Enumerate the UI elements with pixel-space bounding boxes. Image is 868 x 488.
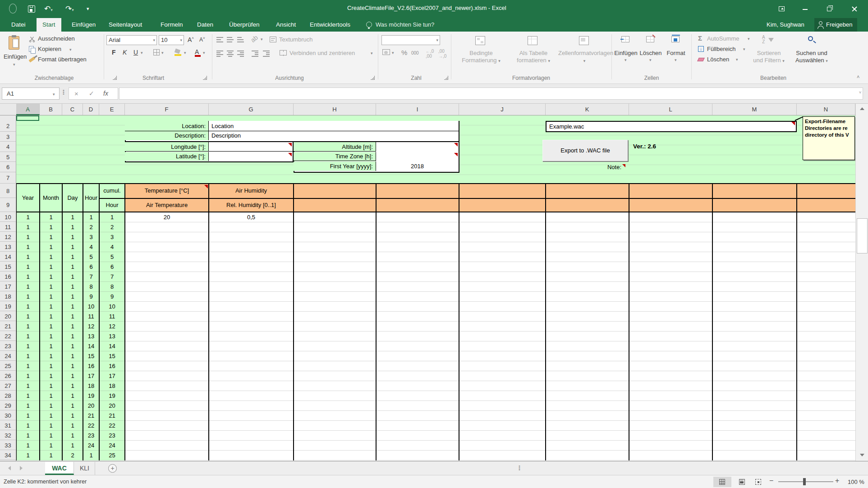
cell-row32-colC[interactable]: 1 xyxy=(62,431,83,441)
increase-decimal-icon[interactable]: ←,0,00 xyxy=(426,49,434,59)
name-box-splitter[interactable]: ••• xyxy=(63,89,64,95)
cell-row29-colA[interactable]: 1 xyxy=(16,401,40,411)
header-rel-humidity[interactable]: Rel. Humidity [0..1] xyxy=(209,202,294,208)
cell-row14-colC[interactable]: 1 xyxy=(62,252,83,262)
new-sheet-button[interactable]: + xyxy=(108,464,117,473)
decrease-indent-icon[interactable] xyxy=(252,51,258,56)
cell-row31-colE[interactable]: 22 xyxy=(99,421,125,431)
cell-row30-colA[interactable]: 1 xyxy=(16,411,40,421)
cell-row20-colA[interactable]: 1 xyxy=(16,312,40,322)
cell-row15-colD[interactable]: 6 xyxy=(83,262,99,272)
close-button[interactable] xyxy=(844,0,865,18)
cell-row25-colD[interactable]: 16 xyxy=(83,361,99,371)
column-header-L[interactable]: L xyxy=(629,104,712,115)
sheet-tab-wac[interactable]: WAC xyxy=(45,462,74,475)
minimize-button[interactable] xyxy=(795,0,816,18)
cell-row21-colD[interactable]: 12 xyxy=(83,322,99,331)
cell-row23-colD[interactable]: 14 xyxy=(83,341,99,351)
column-header-B[interactable]: B xyxy=(40,104,62,115)
cell-row13-colD[interactable]: 4 xyxy=(83,242,99,252)
row-header-23[interactable]: 23 xyxy=(0,341,16,351)
cell-row29-colC[interactable]: 1 xyxy=(62,401,83,411)
view-page-layout-button[interactable] xyxy=(733,477,751,487)
cell-row32-colE[interactable]: 23 xyxy=(99,431,125,441)
row-header-13[interactable]: 13 xyxy=(0,242,16,252)
underline-button[interactable]: U xyxy=(133,49,138,56)
cell-row12-colB[interactable]: 1 xyxy=(40,232,62,242)
align-center-icon[interactable] xyxy=(227,51,234,56)
header-cumul[interactable]: cumul. xyxy=(99,187,125,194)
row-header-25[interactable]: 25 xyxy=(0,361,16,371)
align-right-icon[interactable] xyxy=(237,51,244,56)
cell-row29-colB[interactable]: 1 xyxy=(40,401,62,411)
cell-row19-colC[interactable]: 1 xyxy=(62,302,83,312)
ribbon-tab-formeln[interactable]: Formeln xyxy=(155,18,189,32)
expand-formula-bar-icon[interactable]: ˅ xyxy=(859,90,861,95)
row-header-8[interactable]: 8 xyxy=(0,184,16,198)
cell-row13-colA[interactable]: 1 xyxy=(16,242,40,252)
cell-row14-colA[interactable]: 1 xyxy=(16,252,40,262)
cell-row10-colD[interactable]: 1 xyxy=(83,212,99,222)
cell-row20-colC[interactable]: 1 xyxy=(62,312,83,322)
font-size-select[interactable]: 10▾ xyxy=(159,35,184,45)
cell-row28-colE[interactable]: 19 xyxy=(99,391,125,401)
cell-row19-colA[interactable]: 1 xyxy=(16,302,40,312)
cell-row23-colE[interactable]: 14 xyxy=(99,341,125,351)
view-normal-button[interactable] xyxy=(713,477,731,487)
formula-input[interactable] xyxy=(119,87,863,100)
export-wac-button[interactable]: Export to .WAC file xyxy=(542,140,628,161)
cell-row34-colD[interactable]: 1 xyxy=(83,451,99,460)
decrease-decimal-icon[interactable]: ,00→,0 xyxy=(438,49,446,59)
cell-row31-colD[interactable]: 22 xyxy=(83,421,99,431)
cell-row32-colA[interactable]: 1 xyxy=(16,431,40,441)
collapse-ribbon-icon[interactable]: ˄ xyxy=(857,74,859,79)
row-header-18[interactable]: 18 xyxy=(0,292,16,301)
header-month[interactable]: Month xyxy=(40,184,62,212)
sheet-tab-kli[interactable]: KLI xyxy=(74,462,95,475)
cell-row19-colB[interactable]: 1 xyxy=(40,302,62,312)
cell-row10-colB[interactable]: 1 xyxy=(40,212,62,222)
row-header-21[interactable]: 21 xyxy=(0,322,16,331)
shrink-font-button[interactable]: A˅ xyxy=(199,36,205,43)
header-cumul-hour[interactable]: Hour xyxy=(99,202,125,208)
cell-row11-colA[interactable]: 1 xyxy=(16,222,40,232)
cell-row16-colC[interactable]: 1 xyxy=(62,272,83,282)
cell-row27-colC[interactable]: 1 xyxy=(62,381,83,391)
cell-row24-colB[interactable]: 1 xyxy=(40,351,62,361)
font-family-select[interactable]: Arial▾ xyxy=(106,35,157,45)
vertical-scrollbar[interactable] xyxy=(855,104,868,461)
cell-row20-colB[interactable]: 1 xyxy=(40,312,62,322)
cell-row13-colE[interactable]: 4 xyxy=(99,242,125,252)
cell-row25-colA[interactable]: 1 xyxy=(16,361,40,371)
ribbon-tab-start[interactable]: Start xyxy=(37,18,61,32)
cell-row12-colA[interactable]: 1 xyxy=(16,232,40,242)
cell-row16-colD[interactable]: 7 xyxy=(83,272,99,282)
cell-row22-colC[interactable]: 1 xyxy=(62,331,83,341)
header-hour[interactable]: Hour xyxy=(83,184,99,212)
cell-row18-colD[interactable]: 9 xyxy=(83,292,99,302)
row-header-16[interactable]: 16 xyxy=(0,272,16,281)
cell-row22-colD[interactable]: 13 xyxy=(83,331,99,341)
column-header-D[interactable]: D xyxy=(83,104,99,115)
ribbon-tab-datei[interactable]: Datei xyxy=(5,18,32,32)
row-header-33[interactable]: 33 xyxy=(0,441,16,450)
cell-row27-colB[interactable]: 1 xyxy=(40,381,62,391)
column-header-M[interactable]: M xyxy=(712,104,797,115)
cell-row12-colD[interactable]: 3 xyxy=(83,232,99,242)
cell-row14-colD[interactable]: 5 xyxy=(83,252,99,262)
header-air-temperature[interactable]: Air Temperature xyxy=(125,202,209,208)
cell-row32-colD[interactable]: 23 xyxy=(83,431,99,441)
cell-row31-colC[interactable]: 1 xyxy=(62,421,83,431)
row-header-9[interactable]: 9 xyxy=(0,198,16,212)
column-header-J[interactable]: J xyxy=(459,104,546,115)
app-icon[interactable] xyxy=(9,4,17,14)
paste-button[interactable]: Einfügen ▾ xyxy=(4,34,25,76)
column-header-C[interactable]: C xyxy=(62,104,83,115)
row-header-6[interactable]: 6 xyxy=(0,162,16,172)
cell-row22-colE[interactable]: 13 xyxy=(99,331,125,341)
first-year-value[interactable]: 2018 xyxy=(376,161,459,171)
cell-row17-colE[interactable]: 8 xyxy=(99,282,125,292)
cell-row34-colC[interactable]: 2 xyxy=(62,451,83,460)
zoom-level[interactable]: 100 % xyxy=(848,479,864,485)
ribbon-tab-ansicht[interactable]: Ansicht xyxy=(270,18,302,32)
